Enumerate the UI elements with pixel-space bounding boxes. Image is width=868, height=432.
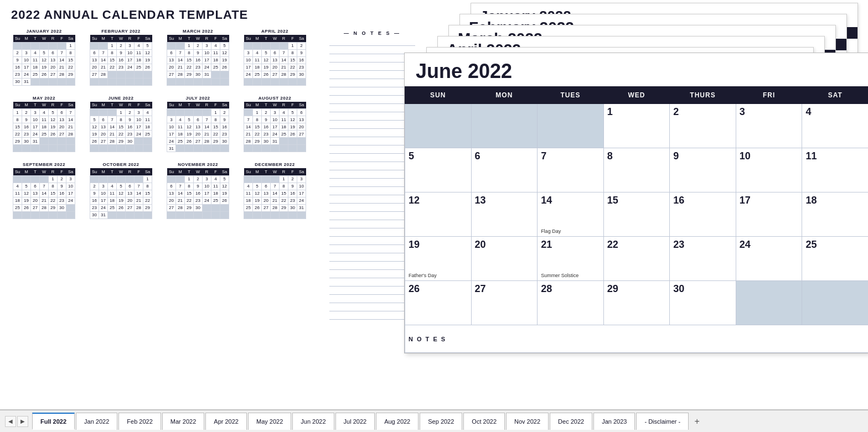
note-line[interactable]: [329, 129, 415, 137]
note-line[interactable]: [329, 270, 415, 278]
note-line[interactable]: [329, 46, 415, 54]
june-week-4: 19Father's Day 20 21Summer Solstice 22 2…: [405, 237, 869, 281]
tab-sep-2022[interactable]: Sep 2022: [420, 413, 462, 430]
note-line[interactable]: [329, 253, 415, 262]
june-day-cell: [736, 281, 802, 325]
june-day-14: 14Flag Day: [538, 192, 604, 237]
note-line[interactable]: [329, 96, 415, 104]
note-line[interactable]: [329, 154, 415, 162]
notes-column: — N O T E S —: [329, 30, 415, 320]
summer-solstice-label: Summer Solstice: [541, 273, 600, 278]
note-line[interactable]: [329, 287, 415, 295]
spreadsheet-area: 2022 ANNUAL CALENDAR TEMPLATE JANUARY 20…: [0, 0, 868, 409]
cal-row-1: JANUARY 2022 SuMTWRFSa 1 2345678 9101112…: [8, 27, 311, 90]
mini-cal-jan: JANUARY 2022 SuMTWRFSa 1 2345678 9101112…: [13, 29, 75, 86]
tab-may-2022[interactable]: May 2022: [248, 413, 291, 430]
mini-cal-nov: NOVEMBER 2022 SuMTWRFSa 12345 6789101112…: [167, 162, 229, 219]
note-line[interactable]: [329, 145, 415, 154]
note-line[interactable]: [329, 195, 415, 204]
note-line[interactable]: [329, 54, 415, 63]
june-day-11: 11: [802, 148, 868, 192]
june-day-23: 23: [670, 237, 736, 281]
col-sat: SAT: [802, 87, 868, 104]
june-day-24: 24: [736, 237, 802, 281]
notes-lines: [329, 38, 415, 320]
tab-dec-2022[interactable]: Dec 2022: [550, 413, 592, 430]
june-notes-row: N O T E S: [405, 325, 869, 353]
note-line[interactable]: [329, 63, 415, 71]
note-line[interactable]: [329, 162, 415, 170]
june-day-9: 9: [670, 148, 736, 192]
note-line[interactable]: [329, 245, 415, 253]
june-day-15: 15: [603, 192, 670, 237]
june-day-1: 1: [603, 104, 670, 148]
june-day-12: 12: [405, 192, 472, 237]
tab-jan-2022[interactable]: Jan 2022: [76, 413, 117, 430]
june-cal-title: June 2022: [405, 53, 868, 86]
note-line[interactable]: [329, 212, 415, 220]
june-day-8: 8: [603, 148, 670, 192]
note-line[interactable]: [329, 137, 415, 145]
tab-mar-2022[interactable]: Mar 2022: [162, 413, 204, 430]
tab-next-button[interactable]: ▶: [17, 416, 28, 427]
june-day-30: 30: [670, 281, 736, 325]
note-line[interactable]: [329, 220, 415, 228]
june-day-cell: [471, 104, 538, 148]
note-line[interactable]: [329, 179, 415, 187]
tab-disclaimer[interactable]: - Disclaimer -: [636, 413, 689, 430]
note-line[interactable]: [329, 79, 415, 87]
tab-oct-2022[interactable]: Oct 2022: [463, 413, 505, 430]
tab-prev-button[interactable]: ◀: [5, 416, 16, 427]
june-day-17: 17: [736, 192, 802, 237]
note-line[interactable]: [329, 237, 415, 245]
notes-header: — N O T E S —: [329, 30, 415, 36]
stacked-pages: January 2022 SUN MON TUES WED THURS FRI …: [404, 3, 868, 407]
col-sun: SUN: [405, 87, 472, 104]
mini-cal-sep: SEPTEMBER 2022 SuMTWRFSa 123 45678910 11…: [13, 162, 75, 219]
note-line[interactable]: [329, 87, 415, 96]
note-line[interactable]: [329, 187, 415, 195]
tab-jun-2022[interactable]: Jun 2022: [292, 413, 334, 430]
note-line[interactable]: [329, 295, 415, 303]
note-line[interactable]: [329, 262, 415, 270]
note-line[interactable]: [329, 104, 415, 112]
tab-apr-2022[interactable]: Apr 2022: [205, 413, 247, 430]
june-day-13: 13: [471, 192, 538, 237]
june-day-19: 19Father's Day: [405, 237, 472, 281]
note-line[interactable]: [329, 121, 415, 129]
tab-jul-2022[interactable]: Jul 2022: [335, 413, 375, 430]
mini-cal-jul: JULY 2022 SuMTWRFSa 12 3456789 101112131…: [167, 96, 229, 153]
note-line[interactable]: [329, 278, 415, 287]
june-day-cell: [802, 281, 868, 325]
tab-feb-2022[interactable]: Feb 2022: [118, 413, 161, 430]
june-day-3: 3: [736, 104, 802, 148]
tab-full-2022[interactable]: Full 2022: [32, 413, 75, 430]
note-line[interactable]: [329, 38, 415, 46]
note-line[interactable]: [329, 170, 415, 179]
june-day-2: 2: [670, 104, 736, 148]
june-header-row: SUN MON TUES WED THURS FRI SAT: [405, 87, 869, 104]
tab-add-button[interactable]: +: [690, 414, 704, 429]
june-day-cell: [538, 104, 604, 148]
col-mon: MON: [471, 87, 538, 104]
june-day-27: 27: [471, 281, 538, 325]
tab-navigation[interactable]: ◀ ▶: [4, 415, 29, 428]
note-line[interactable]: [329, 303, 415, 311]
june-day-26: 26: [405, 281, 472, 325]
note-line[interactable]: [329, 311, 415, 320]
mini-cal-may: MAY 2022 SuMTWRFSa 1234567 891011121314 …: [13, 96, 75, 153]
flag-day-label: Flag Day: [541, 228, 600, 234]
tab-aug-2022[interactable]: Aug 2022: [376, 413, 418, 430]
note-line[interactable]: [329, 228, 415, 237]
june-day-7: 7: [538, 148, 604, 192]
tab-nov-2022[interactable]: Nov 2022: [506, 413, 549, 430]
note-line[interactable]: [329, 204, 415, 212]
fathers-day-label: Father's Day: [409, 273, 468, 278]
note-line[interactable]: [329, 112, 415, 121]
mini-cal-jun: JUNE 2022 SuMTWRFSa 1234 567891011 12131…: [90, 96, 152, 153]
mini-cal-feb: FEBRUARY 2022 SuMTWRFSa 12345 6789101112…: [90, 29, 152, 86]
mini-cal-oct: OCTOBER 2022 SuMTWRFSa 1 2345678 9101112…: [90, 162, 152, 219]
note-line[interactable]: [329, 71, 415, 79]
tab-jan-2023[interactable]: Jan 2023: [593, 413, 635, 430]
june-day-10: 10: [736, 148, 802, 192]
